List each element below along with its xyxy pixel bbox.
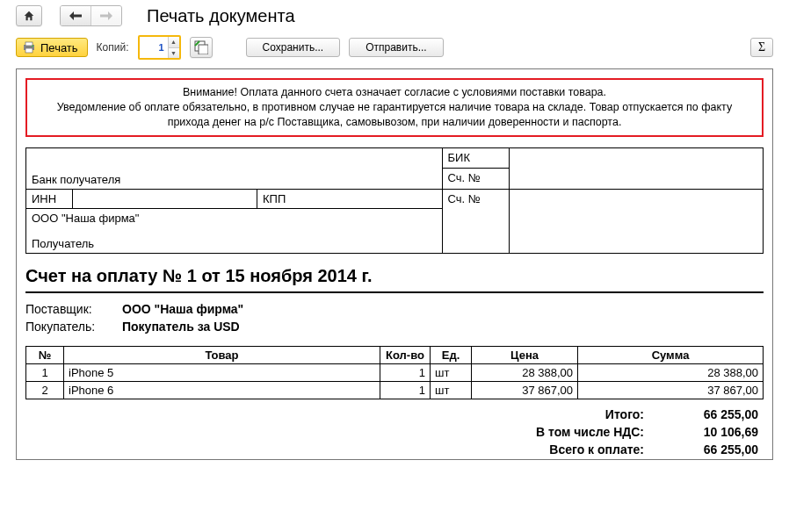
vat-label: В том числе НДС: [532, 424, 665, 440]
title-divider [25, 291, 764, 293]
document-area: Внимание! Оплата данного счета означает … [16, 68, 773, 460]
subtotal-label: Итого: [532, 406, 665, 422]
items-header-row: № Товар Кол-во Ед. Цена Сумма [26, 346, 764, 363]
svg-rect-1 [25, 42, 33, 46]
save-button[interactable]: Сохранить... [246, 38, 341, 57]
cell-qty: 1 [380, 363, 431, 381]
copies-label: Копий: [97, 41, 129, 54]
total-label: Всего к оплате: [532, 442, 665, 457]
cell-name: iPhone 6 [64, 381, 380, 399]
cell-qty: 1 [380, 381, 431, 399]
arrow-right-icon [100, 11, 112, 20]
bik-cell: БИК [442, 147, 509, 169]
svg-point-3 [32, 46, 33, 47]
copies-spinner[interactable]: ▲ ▼ [138, 35, 181, 60]
nav-group [60, 5, 122, 26]
warning-line1: Внимание! Оплата данного счета означает … [38, 85, 751, 100]
cell-sum: 28 388,00 [578, 363, 764, 381]
warning-box: Внимание! Оплата данного счета означает … [25, 78, 764, 137]
spinner-buttons: ▲ ▼ [168, 37, 179, 58]
recipient-label: Получатель [32, 237, 437, 250]
th-sum: Сумма [578, 346, 764, 363]
top-toolbar: Печать документа [0, 0, 789, 30]
cell-unit: шт [431, 381, 472, 399]
items-table: № Товар Кол-во Ед. Цена Сумма 1 iPhone 5… [25, 346, 764, 399]
home-button[interactable] [16, 5, 42, 26]
spinner-down[interactable]: ▼ [169, 48, 179, 59]
inn-value-cell [72, 189, 257, 208]
th-num: № [26, 346, 64, 363]
recipient-bank-cell: Банк получателя [26, 147, 443, 189]
totals-table: Итого:66 255,00 В том числе НДС:10 106,6… [531, 405, 764, 459]
bik-value-cell [509, 147, 763, 189]
th-unit: Ед. [431, 346, 472, 363]
supplier-label: Поставщик: [25, 302, 122, 316]
supplier-row: Поставщик: ООО "Наша фирма" [25, 302, 764, 316]
preview-button[interactable] [190, 37, 213, 58]
th-name: Товар [64, 346, 380, 363]
recipient-company: ООО "Наша фирма" [32, 212, 437, 225]
forward-button[interactable] [91, 6, 121, 25]
supplier-value: ООО "Наша фирма" [122, 302, 243, 316]
cell-unit: шт [431, 363, 472, 381]
account2-cell: Сч. № [442, 189, 509, 253]
cell-num: 2 [26, 381, 64, 399]
back-button[interactable] [61, 6, 91, 25]
print-label: Печать [40, 41, 78, 54]
preview-icon [194, 40, 208, 54]
kpp-cell: КПП [257, 189, 442, 208]
account2-value-cell [509, 189, 763, 253]
vat-value: 10 106,69 [667, 424, 762, 440]
cell-price: 28 388,00 [472, 363, 578, 381]
cell-name: iPhone 5 [64, 363, 380, 381]
account1-cell: Сч. № [442, 169, 509, 190]
th-qty: Кол-во [380, 346, 431, 363]
table-row: 1 iPhone 5 1 шт 28 388,00 28 388,00 [26, 363, 764, 381]
cell-num: 1 [26, 363, 64, 381]
copies-input[interactable] [140, 37, 168, 58]
total-value: 66 255,00 [667, 442, 762, 457]
th-price: Цена [472, 346, 578, 363]
home-icon [23, 10, 35, 22]
buyer-row: Покупатель: Покупатель за USD [25, 320, 764, 334]
svg-rect-5 [199, 45, 208, 54]
svg-rect-2 [25, 48, 33, 53]
page-title: Печать документа [147, 6, 295, 26]
cell-price: 37 867,00 [472, 381, 578, 399]
inn-label-cell: ИНН [26, 189, 73, 208]
bank-table: Банк получателя БИК Сч. № ИНН КПП Сч. № … [25, 147, 764, 254]
table-row: 2 iPhone 6 1 шт 37 867,00 37 867,00 [26, 381, 764, 399]
arrow-left-icon [69, 11, 82, 20]
buyer-value: Покупатель за USD [122, 320, 240, 334]
sigma-button[interactable]: Σ [750, 38, 773, 57]
printer-icon [22, 41, 36, 54]
cell-sum: 37 867,00 [578, 381, 764, 399]
actions-toolbar: Печать Копий: ▲ ▼ Сохранить... Отправить… [0, 30, 789, 61]
recipient-cell: ООО "Наша фирма" Получатель [26, 208, 443, 253]
subtotal-value: 66 255,00 [667, 406, 762, 422]
buyer-label: Покупатель: [25, 320, 122, 334]
send-button[interactable]: Отправить... [349, 38, 444, 57]
print-button[interactable]: Печать [16, 38, 88, 57]
sigma-icon: Σ [758, 40, 765, 54]
document-title: Счет на оплату № 1 от 15 ноября 2014 г. [25, 266, 764, 286]
warning-line2: Уведомление об оплате обязательно, в про… [38, 100, 751, 130]
spinner-up[interactable]: ▲ [169, 37, 179, 48]
